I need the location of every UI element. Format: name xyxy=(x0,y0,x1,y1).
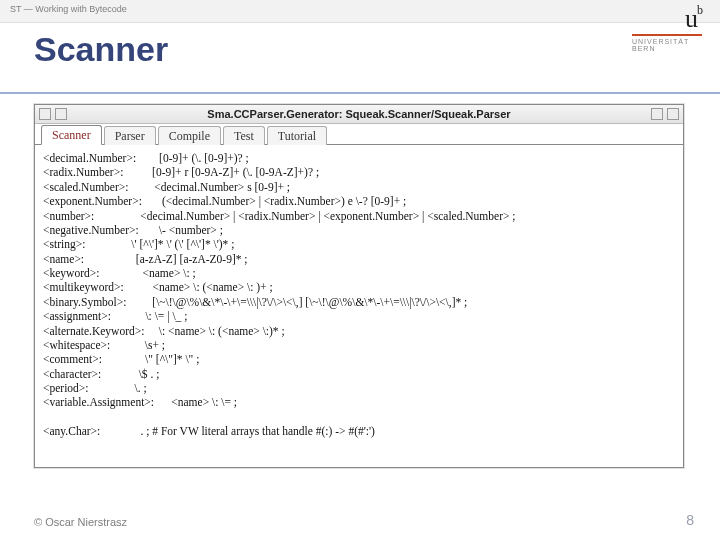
page-number: 8 xyxy=(686,512,694,528)
tab-test[interactable]: Test xyxy=(223,126,265,145)
tab-tutorial[interactable]: Tutorial xyxy=(267,126,327,145)
logo-b: b xyxy=(697,3,702,17)
tab-scanner[interactable]: Scanner xyxy=(41,125,102,145)
expand-icon[interactable] xyxy=(667,108,679,120)
tab-row: Scanner Parser Compile Test Tutorial xyxy=(35,124,683,145)
window-title: Sma.CCParser.Generator: Squeak.Scanner/S… xyxy=(71,108,647,120)
menu-icon[interactable] xyxy=(55,108,67,120)
parser-generator-window: Sma.CCParser.Generator: Squeak.Scanner/S… xyxy=(34,104,684,468)
tab-compile[interactable]: Compile xyxy=(158,126,221,145)
header-left: ST — Working with Bytecode xyxy=(10,4,127,14)
slide-title: Scanner xyxy=(34,30,168,69)
logo-line1: UNIVERSITÄT xyxy=(632,38,702,45)
footer-copyright: © Oscar Nierstrasz xyxy=(34,516,127,528)
scanner-source[interactable]: <decimal.Number>: [0-9]+ (\. [0-9]+)? ; … xyxy=(35,145,683,445)
title-rule xyxy=(0,92,720,94)
collapse-icon[interactable] xyxy=(651,108,663,120)
tab-parser[interactable]: Parser xyxy=(104,126,156,145)
close-icon[interactable] xyxy=(39,108,51,120)
university-logo: ub UNIVERSITÄT BERN xyxy=(632,6,702,52)
logo-line2: BERN xyxy=(632,45,702,52)
window-titlebar: Sma.CCParser.Generator: Squeak.Scanner/S… xyxy=(35,105,683,124)
logo-u: u xyxy=(685,4,697,33)
